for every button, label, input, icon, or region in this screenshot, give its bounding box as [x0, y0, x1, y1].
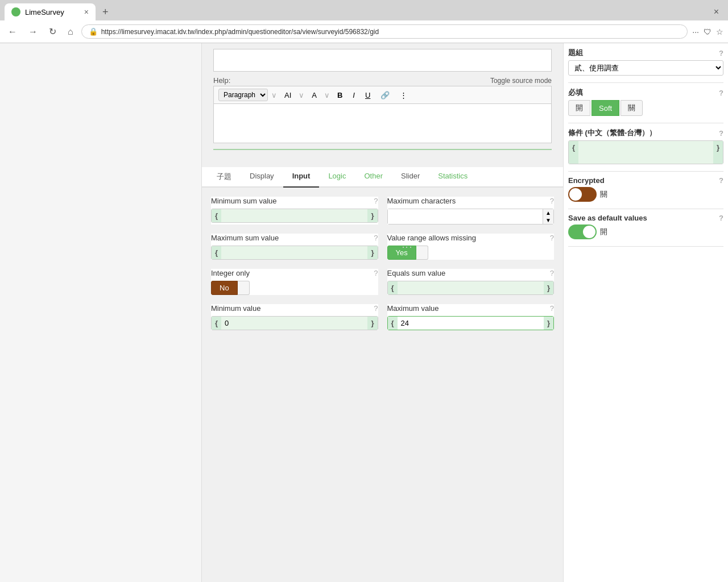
- spin-up[interactable]: ▲: [543, 209, 553, 217]
- question-group-help-icon[interactable]: ?: [719, 49, 723, 57]
- mandatory-help-icon[interactable]: ?: [719, 89, 723, 97]
- condition-textarea[interactable]: [578, 141, 713, 164]
- integer-only-no-button[interactable]: No: [211, 281, 238, 295]
- close-browser-button[interactable]: ×: [709, 7, 723, 17]
- encrypted-section: Encrypted ? 關: [568, 176, 723, 202]
- min-sum-left-bracket: {: [212, 209, 221, 222]
- max-chars-input[interactable]: [388, 209, 543, 224]
- paragraph-select[interactable]: Paragraph: [218, 89, 268, 101]
- min-value-help-icon[interactable]: ?: [374, 304, 378, 313]
- integer-only-card: Integer only ? No: [211, 269, 378, 295]
- tab-slider[interactable]: Slider: [392, 167, 429, 188]
- tab-other[interactable]: Other: [355, 167, 392, 188]
- min-value-label: Minimum value: [211, 304, 260, 313]
- min-value-left-bracket: {: [212, 317, 221, 330]
- question-group-section: 題組 ? 貳、使用調查: [568, 48, 723, 76]
- font-color-button[interactable]: A: [308, 89, 321, 101]
- max-sum-right-bracket: }: [367, 246, 377, 259]
- tab-display[interactable]: Display: [241, 167, 283, 188]
- save-default-switch[interactable]: [568, 225, 597, 239]
- mandatory-soft-button[interactable]: Soft: [592, 100, 619, 116]
- min-value-right-bracket: }: [367, 317, 377, 330]
- integer-only-help-icon[interactable]: ?: [374, 269, 378, 277]
- max-chars-spinner[interactable]: ▲ ▼: [543, 209, 553, 224]
- encrypted-state-label: 關: [600, 189, 607, 199]
- tab-navigation: 子題 Display Input Logic Other Slider Stat…: [202, 167, 563, 188]
- tab-logic[interactable]: Logic: [319, 167, 355, 188]
- max-sum-help-icon[interactable]: ?: [374, 234, 378, 242]
- help-text-area[interactable]: [213, 103, 552, 143]
- spin-down[interactable]: ▼: [543, 217, 553, 224]
- mandatory-section: 必填 ? 開 Soft 關: [568, 88, 723, 116]
- max-sum-input[interactable]: [221, 246, 367, 259]
- underline-button[interactable]: U: [361, 89, 374, 101]
- max-chars-label: Maximum characters: [387, 197, 456, 205]
- max-value-input[interactable]: [398, 317, 544, 330]
- max-value-help-icon[interactable]: ?: [550, 304, 554, 313]
- tab-favicon: [11, 7, 20, 16]
- link-button[interactable]: 🔗: [377, 89, 394, 101]
- new-tab-button[interactable]: +: [98, 6, 113, 18]
- more-options-button[interactable]: ⋮: [396, 89, 411, 101]
- condition-section: 條件 (中文（繁體-台灣）） ? { }: [568, 128, 723, 164]
- min-sum-right-bracket: }: [367, 209, 377, 222]
- condition-label: 條件 (中文（繁體-台灣））: [568, 128, 656, 138]
- tab-subtopic[interactable]: 子題: [208, 167, 241, 188]
- mandatory-label: 必填: [568, 88, 583, 98]
- equals-sum-card: Equals sum value ? { }: [387, 269, 555, 295]
- drag-handle[interactable]: ⋮: [401, 242, 413, 252]
- condition-help-icon[interactable]: ?: [719, 129, 723, 138]
- question-group-label: 題組: [568, 48, 583, 58]
- condition-input-area: { }: [568, 140, 723, 164]
- tab-input[interactable]: Input: [283, 167, 320, 188]
- value-range-label: Value range allows missing: [387, 234, 477, 242]
- tab-statistics[interactable]: Statistics: [429, 167, 477, 188]
- back-button[interactable]: ←: [5, 26, 20, 38]
- save-default-toggle: 開: [568, 225, 723, 239]
- condition-right-brace: }: [713, 141, 723, 164]
- bold-button[interactable]: B: [333, 89, 346, 101]
- min-value-input[interactable]: [221, 317, 367, 330]
- max-chars-input-wrap: ▲ ▼: [387, 209, 555, 225]
- encrypted-switch[interactable]: [568, 187, 597, 202]
- save-default-section: Save as default values ? 開: [568, 214, 723, 239]
- left-sidebar: [0, 43, 202, 582]
- max-sum-left-bracket: {: [212, 246, 221, 259]
- home-button[interactable]: ⌂: [64, 26, 77, 38]
- menu-dots-icon[interactable]: ···: [692, 27, 699, 36]
- save-default-knob: [583, 226, 595, 238]
- mandatory-open-button[interactable]: 開: [568, 100, 590, 116]
- encrypted-knob: [569, 188, 582, 201]
- editor-toolbar: Paragraph ∨ AI ∨ A ∨ B I U 🔗 ⋮: [213, 86, 552, 103]
- tab-title: LimeSurvey: [25, 8, 80, 16]
- equals-sum-label: Equals sum value: [387, 269, 446, 277]
- max-chars-help-icon[interactable]: ?: [550, 197, 554, 205]
- encrypted-help-icon[interactable]: ?: [719, 176, 723, 185]
- editor-area: Help: Toggle source mode Paragraph ∨ AI …: [202, 43, 563, 161]
- encrypted-toggle: 關: [568, 187, 723, 202]
- question-group-select[interactable]: 貳、使用調查: [568, 60, 723, 76]
- max-chars-card: Maximum characters ? ▲ ▼: [387, 197, 555, 225]
- ai-button[interactable]: AI: [280, 89, 295, 101]
- forward-button[interactable]: →: [25, 26, 41, 38]
- integer-only-toggle: No: [211, 281, 378, 295]
- address-bar-url[interactable]: https://limesurvey.imacat.idv.tw/index.p…: [101, 28, 681, 36]
- value-range-help-icon[interactable]: ?: [550, 234, 554, 242]
- max-value-left-bracket: {: [388, 317, 398, 330]
- tab-close-button[interactable]: ×: [84, 7, 89, 16]
- mandatory-close-button[interactable]: 關: [621, 100, 643, 116]
- equals-sum-input[interactable]: [398, 281, 544, 294]
- bookmark-icon[interactable]: ☆: [716, 27, 723, 36]
- encrypted-track: [568, 187, 597, 202]
- min-sum-label: Minimum sum value: [211, 197, 277, 205]
- save-default-help-icon[interactable]: ?: [719, 214, 723, 222]
- min-sum-input[interactable]: [221, 209, 367, 222]
- italic-button[interactable]: I: [349, 89, 359, 101]
- equals-sum-help-icon[interactable]: ?: [550, 269, 554, 277]
- min-sum-card: Minimum sum value ? { }: [211, 197, 378, 225]
- max-value-label: Maximum value: [387, 304, 439, 313]
- integer-only-label: Integer only: [211, 269, 250, 277]
- reload-button[interactable]: ↻: [46, 25, 60, 38]
- min-sum-help-icon[interactable]: ?: [374, 197, 378, 205]
- toggle-source-button[interactable]: Toggle source mode: [490, 77, 552, 85]
